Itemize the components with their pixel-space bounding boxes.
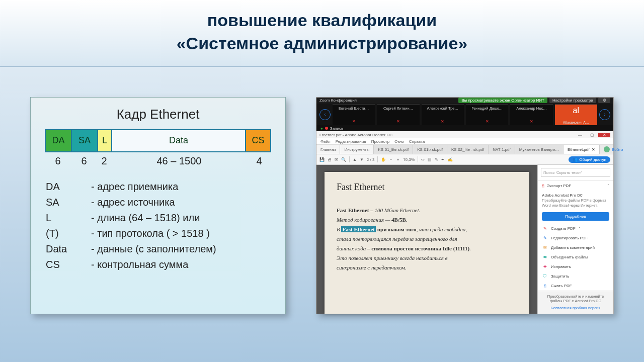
zoom-settings-icon[interactable]: ⚙: [598, 98, 610, 103]
side-promo: Adobe Acrobat Pro DC Преобразуйте файлы …: [538, 191, 613, 211]
doc-heading: Fast Ethernet: [337, 182, 517, 193]
edit-pdf-icon: ✎: [542, 236, 548, 240]
zoom-participant[interactable]: Евгений Шеста…✕: [333, 104, 375, 125]
tab-home[interactable]: Главная: [316, 145, 340, 154]
doc-line: данных кода – символа простоя источника …: [337, 245, 517, 253]
protect-icon: 🛡: [542, 274, 548, 279]
screenshare-panel: Zoom Конференция Вы просматриваете экран…: [316, 97, 614, 314]
legend-row: CS- контрольная сумма: [46, 257, 270, 273]
tab-file[interactable]: KS-01_lite-sk.pdf: [374, 145, 413, 154]
window-close-icon[interactable]: ✕: [598, 133, 610, 137]
legend-key: SA: [46, 195, 91, 210]
zoom-next-icon[interactable]: ›: [599, 109, 610, 120]
side-tool-item[interactable]: 🛡Защитить: [538, 272, 613, 281]
fit-width-icon[interactable]: ⇔: [421, 157, 425, 162]
share-button[interactable]: 👥Общий доступ: [569, 156, 610, 163]
sign-in-button[interactable]: Войти: [600, 145, 627, 154]
zoom-share-banner[interactable]: Вы просматриваете экран Организатор ИИТ: [458, 98, 547, 103]
zoom-in-icon[interactable]: ＋: [396, 157, 400, 162]
acrobat-menubar: Файл Редактирование Просмотр Окно Справк…: [316, 138, 613, 145]
legend-val: - адрес источника: [91, 195, 175, 210]
combine-files-icon: ⇆: [542, 255, 548, 259]
legend-row: Data- данные (с заполнителем): [46, 241, 270, 257]
size-l: 2: [97, 155, 111, 167]
acrobat-toolbar: 💾 🖨 ✉ 🔍 ▲ ▼ 2 / 3 ✋ － ＋ 76,3% ⇔ ▤ ✎ ✒ ✍: [316, 154, 613, 165]
print-icon[interactable]: 🖨: [328, 157, 332, 162]
sign-icon[interactable]: ✍: [448, 157, 453, 162]
mail-icon[interactable]: ✉: [335, 157, 338, 162]
legend-val: - данные (с заполнителем): [91, 241, 216, 257]
document-viewport[interactable]: Fast Ethernet Fast Ethernet – 100 Мбит E…: [316, 165, 537, 314]
zoom-view-options[interactable]: Настройки просмотра: [549, 98, 596, 103]
title-line2: «Системное администрирование»: [177, 34, 468, 53]
zoom-participant[interactable]: Сергей Литвин…✕: [377, 104, 419, 125]
size-data: 46 – 1500: [111, 155, 247, 167]
highlight-icon[interactable]: ✒: [441, 157, 445, 162]
side-tool-item[interactable]: ⇆Объединить файлы: [538, 252, 613, 262]
page-up-icon[interactable]: ▲: [353, 157, 357, 162]
save-icon[interactable]: 💾: [319, 157, 325, 162]
legend-key: CS: [46, 257, 91, 273]
tab-file[interactable]: Мухаметов Валери…: [515, 145, 564, 154]
legend-key: L: [46, 210, 91, 226]
menu-item[interactable]: Окно: [394, 139, 404, 144]
side-tool-item[interactable]: ✉Добавить комментарий: [538, 243, 613, 252]
zoom-participant[interactable]: Геннадий Дашк…✕: [466, 104, 508, 125]
side-trial-link[interactable]: Бесплатная пробная версия: [541, 306, 610, 311]
mute-icon: ✕: [441, 119, 444, 124]
zoom-titlebar: Zoom Конференция Вы просматриваете экран…: [316, 98, 613, 104]
menu-item[interactable]: Редактирование: [336, 139, 366, 144]
frame-field-da: DA: [46, 130, 72, 151]
hand-tool-icon[interactable]: ✋: [381, 157, 386, 162]
window-maximize-icon[interactable]: ▢: [586, 133, 598, 137]
window-minimize-icon[interactable]: —: [574, 133, 586, 137]
tab-tools[interactable]: Инструменты: [340, 145, 374, 154]
mute-icon: ✕: [530, 119, 533, 124]
search-icon[interactable]: 🔍: [341, 157, 346, 162]
fit-page-icon[interactable]: ▤: [428, 157, 432, 162]
frame-sizes-row: 6 6 2 46 – 1500 4: [45, 155, 271, 167]
acrobat-window: Ethernet.pdf - Adobe Acrobat Reader DC —…: [316, 131, 613, 314]
doc-line: стала повторяющаяся передача запрещенног…: [337, 235, 517, 243]
zoom-participant[interactable]: Алексексей Тре…✕: [422, 104, 464, 125]
acrobat-doc-title: Ethernet.pdf - Adobe Acrobat Reader DC: [319, 133, 392, 137]
comment-icon[interactable]: ✎: [435, 157, 438, 162]
zoom-participant[interactable]: Александр Нес…✕: [510, 104, 552, 125]
doc-line: Это позволяет приемнику всегда находитьс…: [337, 254, 517, 262]
side-tool-item[interactable]: ✎Создать PDF˅: [538, 224, 613, 233]
menu-item[interactable]: Файл: [320, 139, 331, 144]
zoom-level[interactable]: 76,3%: [403, 157, 415, 162]
side-export-header[interactable]: ⎘ Экспорт PDF ˄: [538, 180, 613, 191]
side-tool-item[interactable]: ✚Исправить: [538, 262, 613, 272]
legend-row: L- длина (64 – 1518) или: [46, 210, 270, 226]
zoom-recording-label: Запись: [330, 126, 343, 131]
menu-item[interactable]: Просмотр: [371, 139, 390, 144]
tab-file[interactable]: KS-01b-sk.pdf: [413, 145, 447, 154]
frame-legend: DA- адрес приемника SA- адрес источника …: [46, 179, 270, 273]
tab-file-active[interactable]: Ethernet.pdf ✕: [564, 145, 600, 154]
size-cs: 4: [247, 155, 271, 167]
zoom-participant-active[interactable]: alАбаканович А…: [555, 104, 597, 125]
chevron-down-icon: ˅: [579, 226, 581, 231]
menu-item[interactable]: Справка: [409, 139, 425, 144]
compress-icon: ⎘: [542, 284, 548, 288]
acrobat-body: Fast Ethernet Fast Ethernet – 100 Мбит E…: [316, 165, 613, 314]
legend-key: Data: [46, 241, 91, 257]
legend-val: - адрес приемника: [91, 179, 178, 195]
zoom-prev-icon[interactable]: ‹: [319, 109, 331, 120]
tab-file[interactable]: NAT-1.pdf: [489, 145, 515, 154]
doc-line: В Fast Ethernet признаком того, что сред…: [337, 226, 517, 234]
side-cta-button[interactable]: Подробнее: [542, 212, 609, 221]
side-search-input[interactable]: Поиск 'Скрыть текст': [541, 168, 610, 177]
tab-file[interactable]: KS-02_lite - sk.pdf: [447, 145, 489, 154]
page-down-icon[interactable]: ▼: [360, 157, 364, 162]
doc-line: Метод кодирования — 4B/5B.: [337, 216, 517, 224]
redact-icon: ✚: [542, 264, 548, 269]
zoom-out-icon[interactable]: －: [389, 157, 393, 162]
pdf-icon: ⎘: [542, 184, 544, 188]
side-tool-item[interactable]: ⎘Сжать PDF: [538, 281, 613, 291]
size-sa: 6: [71, 155, 97, 167]
mute-icon: ✕: [396, 119, 400, 124]
side-tool-item[interactable]: ✎Редактировать PDF: [538, 233, 613, 243]
record-icon: [325, 127, 328, 130]
